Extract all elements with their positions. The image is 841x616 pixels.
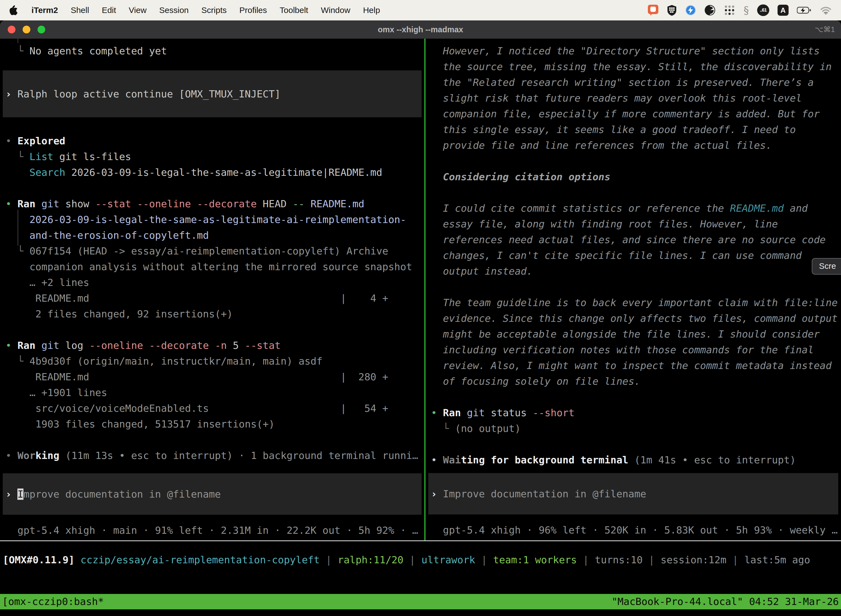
text-segment: status xyxy=(485,407,533,418)
traffic-lights xyxy=(8,26,45,34)
terminal-line: 2 files changed, 92 insertions(+) xyxy=(6,306,424,322)
text-segment: … +1901 lines xyxy=(6,387,107,398)
text-segment: 2 files changed, 92 insertions(+) xyxy=(6,308,233,320)
text-segment: and-the-erosion-of-copyleft.md xyxy=(6,230,209,241)
text-segment xyxy=(89,293,340,304)
terminal-line: essay file, along with finding root file… xyxy=(431,216,841,232)
prompt-text: › Improve documentation in @filename xyxy=(6,486,221,502)
chat-app-icon[interactable] xyxy=(648,4,659,16)
menu-item-session[interactable]: Session xyxy=(159,6,189,15)
blank-line xyxy=(431,153,841,169)
text-segment: essay file, along with finding root file… xyxy=(431,218,778,230)
dots-grid-icon[interactable] xyxy=(724,4,736,16)
text-segment: 5 xyxy=(227,340,245,351)
text-segment: | xyxy=(475,554,493,566)
zoom-button[interactable] xyxy=(38,26,45,34)
model-status-line: gpt-5.4 xhigh · main · 91% left · 2.31M … xyxy=(6,522,424,538)
text-segment: show xyxy=(59,198,95,210)
text-segment: … +2 lines xyxy=(6,277,89,288)
text-segment: session:12m xyxy=(661,554,726,566)
text-segment: -- xyxy=(293,198,304,210)
text-segment: king xyxy=(35,450,59,461)
blank-line xyxy=(431,389,841,405)
text-segment: mprove documentation in @filename xyxy=(23,488,221,500)
menu-item-window[interactable]: Window xyxy=(321,6,350,15)
text-segment: README.md xyxy=(6,293,89,304)
text-segment: log xyxy=(59,340,89,351)
terminal-line: changes, I can't cite specific file line… xyxy=(431,248,841,263)
text-segment xyxy=(75,554,81,566)
text-segment: including verification notes with those … xyxy=(431,344,814,355)
tree-connector-line xyxy=(18,39,18,43)
battery-icon[interactable] xyxy=(797,6,812,14)
text-segment: • xyxy=(6,135,18,147)
text-segment: | xyxy=(577,554,595,566)
text-segment: and xyxy=(784,202,808,214)
text-segment xyxy=(6,167,29,178)
terminal-line: README.md | 280 + xyxy=(6,369,424,385)
right-terminal-pane[interactable]: However, I noticed the "Directory Struct… xyxy=(425,39,841,540)
squiggle-icon[interactable]: § xyxy=(744,5,749,16)
thinking-heading: Considering citation options xyxy=(431,169,841,185)
screen-overlay-button[interactable]: Scre xyxy=(812,258,841,274)
text-segment: | xyxy=(727,554,744,566)
menu-item-iterm2[interactable]: iTerm2 xyxy=(31,6,58,15)
text-cursor: I xyxy=(18,488,23,500)
text-segment: provide file and line references from th… xyxy=(431,140,772,151)
text-segment: this single essay, it seems like a good … xyxy=(431,124,796,135)
blank-line xyxy=(6,432,424,448)
ralph-loop-input[interactable]: › Ralph loop active continue [OMX_TMUX_I… xyxy=(3,70,422,117)
count-badge-icon[interactable]: ..61 xyxy=(757,4,769,16)
menu-item-help[interactable]: Help xyxy=(363,6,380,15)
minimize-button[interactable] xyxy=(23,26,30,34)
menu-item-view[interactable]: View xyxy=(129,6,147,15)
text-segment: --stat xyxy=(245,340,281,351)
menu-item-scripts[interactable]: Scripts xyxy=(201,6,227,15)
menu-bar: iTerm2ShellEditViewSessionScriptsProfile… xyxy=(0,0,841,21)
text-segment: slight risk that future readers may over… xyxy=(431,92,802,104)
model-status-line: gpt-5.4 xhigh · 96% left · 520K in · 5.8… xyxy=(431,522,841,538)
prompt-input[interactable]: › Improve documentation in @filename xyxy=(3,473,422,515)
text-segment: --oneline --decorate -n xyxy=(89,340,227,351)
text-segment: | 280 + xyxy=(340,371,388,383)
terminal-line: └ 4b9d30f (origin/main, instructkr/main,… xyxy=(6,353,424,369)
menu-item-profiles[interactable]: Profiles xyxy=(239,6,267,15)
tmux-host-time: "MacBook-Pro-44.local" 04:52 31-Mar-26 xyxy=(611,594,839,609)
close-button[interactable] xyxy=(8,26,15,34)
menu-item-toolbelt[interactable]: Toolbelt xyxy=(280,6,308,15)
grid-shield-icon[interactable] xyxy=(667,4,677,16)
left-terminal-pane[interactable]: └ No agents completed yet› Ralph loop ac… xyxy=(0,39,424,540)
text-segment: 067f154 (HEAD -> essay/ai-reimplementati… xyxy=(29,245,388,257)
text-segment: | 4 + xyxy=(340,293,388,304)
menu-item-shell[interactable]: Shell xyxy=(70,6,89,15)
text-segment: evidence. Since this change only affects… xyxy=(431,313,838,324)
explored-header: • Explored xyxy=(6,133,424,149)
text-segment: git xyxy=(41,198,59,210)
terminal-line: 2026-03-09-is-legal-the-same-as-legitima… xyxy=(6,212,424,227)
text-segment: changes, I can't cite specific file line… xyxy=(431,250,802,261)
bolt-badge-icon[interactable] xyxy=(685,5,696,16)
text-segment: ultrawork xyxy=(421,554,475,566)
terminal-line: evidence. Since this change only affects… xyxy=(431,311,841,326)
input-source-icon[interactable]: A xyxy=(778,5,788,16)
text-segment: output instead. xyxy=(431,265,533,277)
text-segment: turns:10 xyxy=(595,554,643,566)
terminal-line: the "Related research writing" section i… xyxy=(431,75,841,90)
window-shortcut-hint: ⌥⌘1 xyxy=(815,25,835,34)
text-segment: └ xyxy=(6,45,29,57)
terminal-line: … +2 lines xyxy=(6,274,424,290)
title-bar[interactable]: omx --xhigh --madmax ⌥⌘1 xyxy=(0,21,841,39)
dark-disc-icon[interactable] xyxy=(705,5,715,16)
text-segment: └ xyxy=(6,151,29,162)
ran-git-show: • Ran git show --stat --oneline --decora… xyxy=(6,196,424,212)
terminal-line: Search 2026-03-09-is-legal-the-same-as-l… xyxy=(6,164,424,180)
wifi-icon[interactable] xyxy=(820,6,832,15)
prompt-input[interactable]: › Improve documentation in @filename xyxy=(428,473,838,515)
menu-item-edit[interactable]: Edit xyxy=(102,6,116,15)
apple-menu-icon[interactable] xyxy=(9,5,19,16)
terminal-line: this single essay, it seems like a good … xyxy=(431,122,841,138)
text-segment xyxy=(35,340,41,351)
blank-line xyxy=(6,322,424,337)
terminal-line: … +1901 lines xyxy=(6,385,424,400)
terminal-line: and-the-erosion-of-copyleft.md xyxy=(6,227,424,243)
